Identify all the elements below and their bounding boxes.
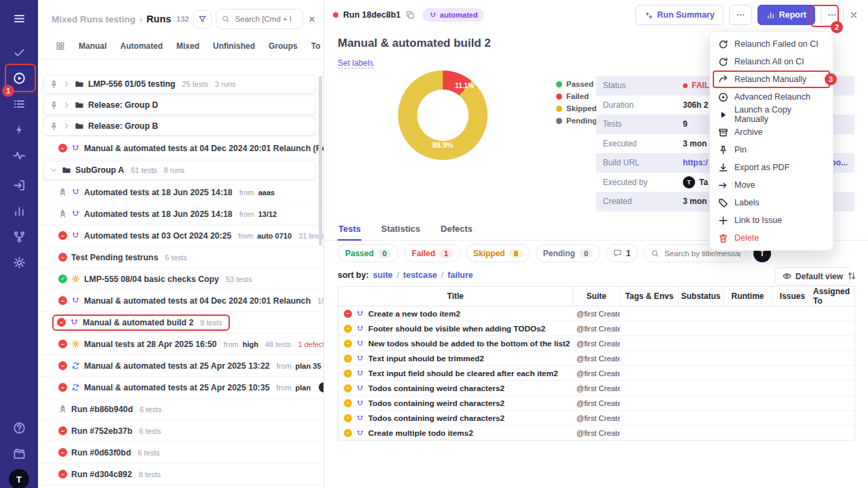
column-title[interactable]: Title <box>338 287 572 306</box>
column-substatus[interactable]: Substatus <box>678 287 723 306</box>
menu-item-labels[interactable]: Labels <box>710 194 833 211</box>
menu-item-launch-a-copy-manually[interactable]: Launch a Copy Manually <box>710 106 833 123</box>
menu-item-move[interactable]: Move <box>710 176 833 194</box>
panel-close-button[interactable]: × <box>307 14 317 25</box>
run-group-row[interactable]: Release: Group B <box>43 117 315 136</box>
comments-filter[interactable]: 1 <box>606 244 638 262</box>
build-url-link[interactable]: https:/ <box>683 158 708 167</box>
report-button[interactable]: Report <box>757 5 815 25</box>
filter-failed[interactable]: Failed1 <box>404 244 460 262</box>
tab-defects[interactable]: Defects <box>440 220 473 241</box>
runs-tab-to[interactable]: To <box>311 41 321 51</box>
menu-item-relaunch-manually[interactable]: Relaunch Manually3 <box>713 70 830 88</box>
column-assigned-to[interactable]: Assigned To <box>812 287 854 306</box>
close-icon[interactable] <box>849 10 859 20</box>
run-row[interactable]: ✓LMP-555 08/04 basic checks Copy53 tests <box>38 268 323 290</box>
column-runtime[interactable]: Runtime <box>723 287 772 306</box>
sidebar-check-icon[interactable] <box>7 41 31 64</box>
menu-item-advanced-relaunch[interactable]: Advanced Relaunch <box>710 88 833 106</box>
scrollbar[interactable] <box>319 76 322 245</box>
menu-item-link-to-issue[interactable]: Link to Issue <box>710 211 833 229</box>
run-row[interactable]: −Manual tests at 28 Apr 2025 16:50fromhi… <box>38 333 323 355</box>
test-row[interactable]: −Todos containing weird characters2@firs… <box>338 396 854 411</box>
run-row[interactable]: −Manual & automated tests at 25 Apr 2025… <box>38 355 323 377</box>
sidebar-help-icon[interactable] <box>7 416 31 439</box>
sidebar-play-circle-icon[interactable] <box>7 66 31 89</box>
sort-direction-icon[interactable] <box>847 271 856 281</box>
run-actions-menu-button[interactable] <box>821 5 844 25</box>
run-row[interactable]: −Manual & automated tests at 04 Dec 2024… <box>38 138 323 159</box>
copy-icon[interactable] <box>406 10 415 20</box>
run-group-row[interactable]: SubGroup A61 tests8 runs <box>43 161 315 180</box>
run-row[interactable]: −Run #0d63f0bd6 tests <box>38 442 323 464</box>
runs-tab-mixed[interactable]: Mixed <box>176 41 199 51</box>
sidebar-flash-icon[interactable] <box>7 118 31 141</box>
test-row[interactable]: −Text input should be trimmed2@first Cre… <box>338 351 854 366</box>
tab-statistics[interactable]: Statistics <box>380 220 421 241</box>
menu-item-export-as-pdf[interactable]: Export as PDF <box>710 159 833 176</box>
column-tags-envs[interactable]: Tags & Envs <box>620 287 678 306</box>
sidebar-user-avatar[interactable]: T <box>9 469 29 488</box>
run-row[interactable]: −Test Pending testruns5 tests <box>38 247 323 268</box>
test-row[interactable]: −Create multiple todo items2@first Creat… <box>338 426 854 440</box>
column-issues[interactable]: Issues <box>772 287 812 306</box>
sidebar-analytics-icon[interactable] <box>7 199 31 222</box>
legend-dot <box>556 106 562 112</box>
test-row[interactable]: −Todos containing weird characters2@firs… <box>338 381 854 396</box>
runs-tab-manual[interactable]: Manual <box>79 41 106 51</box>
run-row[interactable]: −Run #752eb37b6 tests <box>38 420 323 442</box>
runs-tab-automated[interactable]: Automated <box>120 41 163 51</box>
test-row[interactable]: −Create a new todo item2@first Create ..… <box>338 306 854 321</box>
tab-tests[interactable]: Tests <box>338 220 361 241</box>
run-row[interactable]: Automated tests at 18 Jun 2025 14:18from… <box>38 182 323 203</box>
sort-testcase[interactable]: testcase <box>403 270 437 280</box>
sidebar-pulse-icon[interactable] <box>7 144 31 167</box>
runs-tab-unfinished[interactable]: Unfinished <box>213 41 255 51</box>
run-row[interactable]: −Manual & automated build 29 tests <box>38 312 323 333</box>
run-row[interactable]: Automated tests at 18 Jun 2025 14:18from… <box>38 203 323 225</box>
more-button[interactable] <box>729 5 752 25</box>
run-group-row[interactable]: LMP-556 01/05 testing25 tests3 runs <box>43 75 315 94</box>
run-row[interactable]: −Run #26d301455 tests <box>38 485 323 488</box>
menu-item-delete[interactable]: Delete <box>710 229 833 247</box>
run-row[interactable]: −Run #d304c8928 tests <box>38 464 323 485</box>
sort-failure[interactable]: failure <box>448 270 473 280</box>
sidebar-menu-icon[interactable] <box>7 7 31 30</box>
test-row[interactable]: −New todos should be added to the bottom… <box>338 336 854 351</box>
filter-button[interactable] <box>193 10 212 28</box>
sparkles-icon <box>644 11 653 20</box>
filter-pending[interactable]: Pending0 <box>536 244 600 262</box>
test-row[interactable]: −Todos containing weird characters2@firs… <box>338 411 854 426</box>
build-url-link-end[interactable]: po... <box>831 158 848 167</box>
annotation-run-box: −Manual & automated build 29 tests <box>54 316 229 329</box>
view-select[interactable]: Default view <box>775 267 850 285</box>
sidebar-test-list-icon[interactable] <box>7 92 31 115</box>
set-labels-link[interactable]: Set labels <box>338 58 374 68</box>
sort-suite[interactable]: suite <box>373 270 393 280</box>
run-summary-button[interactable]: Run Summary <box>635 5 724 25</box>
filter-skipped[interactable]: Skipped8 <box>466 244 530 262</box>
test-suite-cell: @first Create ... <box>572 306 620 321</box>
menu-item-pin[interactable]: Pin <box>710 141 833 159</box>
column-suite[interactable]: Suite <box>572 287 620 306</box>
breadcrumb-project[interactable]: Mixed Runs testing <box>52 14 136 24</box>
sidebar-projects-icon[interactable] <box>7 442 31 465</box>
menu-item-archive[interactable]: Archive <box>710 123 833 141</box>
runs-tab-groups[interactable]: Groups <box>269 41 298 51</box>
runs-search[interactable] <box>216 9 303 29</box>
run-row[interactable]: −Manual & automated tests at 04 Dec 2024… <box>38 290 323 312</box>
test-issues-cell <box>772 351 812 365</box>
sidebar-import-icon[interactable] <box>7 174 31 197</box>
run-group-row[interactable]: Release: Group D <box>43 96 315 115</box>
menu-item-relaunch-failed-on-ci[interactable]: Relaunch Failed on CI <box>710 35 833 53</box>
sidebar-branch-icon[interactable] <box>7 225 31 248</box>
run-row[interactable]: −Automated tests at 03 Oct 2024 20:25fro… <box>38 225 323 247</box>
test-row[interactable]: −Text input field should be cleared afte… <box>338 366 854 381</box>
filter-passed[interactable]: Passed0 <box>338 244 399 262</box>
runs-search-input[interactable] <box>234 14 292 24</box>
menu-item-relaunch-all-on-ci[interactable]: Relaunch All on CI <box>710 53 833 70</box>
sidebar-gear-icon[interactable] <box>7 251 31 274</box>
test-row[interactable]: −Footer should be visible when adding TO… <box>338 321 854 336</box>
run-row[interactable]: Run #b86b940d6 tests <box>38 399 323 420</box>
run-row[interactable]: −Manual & automated tests at 25 Apr 2025… <box>38 377 323 399</box>
